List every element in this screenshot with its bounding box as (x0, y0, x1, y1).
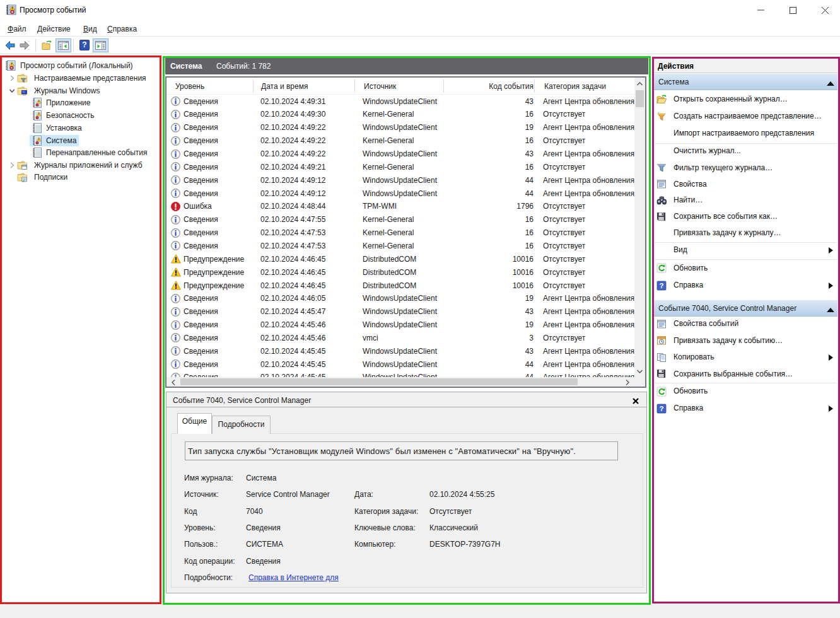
svg-text:?: ? (82, 40, 86, 49)
